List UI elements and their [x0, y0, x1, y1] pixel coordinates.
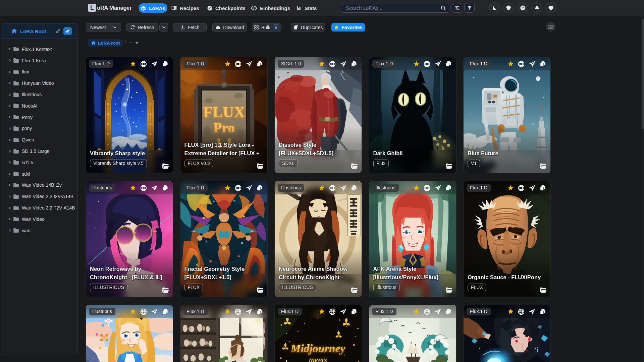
svg-text:FLUX: FLUX — [203, 104, 245, 121]
svg-text:?: ? — [522, 6, 524, 10]
svg-text:Midjourney: Midjourney — [290, 342, 345, 355]
svg-text:meets: meets — [309, 355, 327, 362]
